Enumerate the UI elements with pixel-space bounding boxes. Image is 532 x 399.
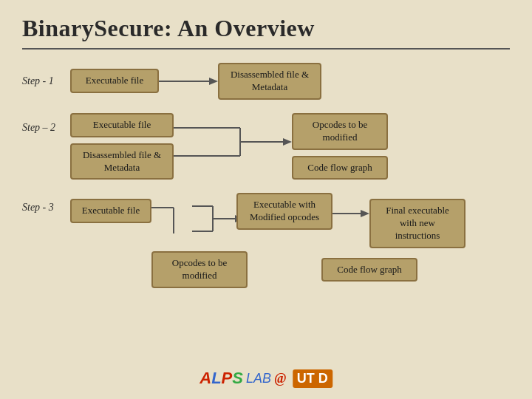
step1-label: Step - 1: [22, 75, 70, 87]
svg-marker-16: [361, 210, 369, 217]
step3-label: Step - 3: [22, 202, 70, 214]
step3-row: Step - 3 Executable file: [22, 193, 510, 248]
step3-arrow1: [151, 193, 192, 237]
svg-marker-6: [283, 138, 292, 146]
utd-logo: UT D: [293, 369, 332, 388]
step2-box1: Executable file: [70, 113, 174, 137]
title-divider: [22, 48, 510, 50]
step3-box3: Final executable with new instructions: [369, 199, 466, 248]
step2-left-boxes: Executable file Disassembled file & Meta…: [70, 113, 174, 180]
step2-connectors: [174, 113, 292, 172]
page: BinarySecure: An Overview Step - 1 Execu…: [0, 0, 532, 399]
main-content: Step - 1 Executable file Disassembled fi…: [22, 63, 510, 288]
step2-box2: Disassembled file & Metadata: [70, 143, 174, 180]
step2-right-boxes: Opcodes to be modified Code flow graph: [292, 113, 388, 180]
step3-merge-arrows: [192, 193, 236, 245]
step1-box2: Disassembled file & Metadata: [218, 63, 321, 100]
alps-logo: ALPS: [200, 369, 243, 388]
step2-box3: Opcodes to be modified: [292, 113, 388, 150]
step3-arrow2: [332, 200, 369, 230]
step3-box4: Opcodes to be modified: [151, 251, 248, 288]
svg-marker-1: [209, 78, 218, 85]
step3-box2: Executable with Modified opcodes: [236, 193, 332, 230]
step1-arrow: [159, 74, 218, 89]
at-logo: @: [274, 371, 287, 386]
step2-box4: Code flow graph: [292, 156, 388, 180]
step3-box5: Code flow graph: [321, 258, 417, 282]
step3-bottom-row: Opcodes to be modified Code flow graph: [151, 251, 510, 288]
step3-box1: Executable file: [70, 199, 151, 223]
step1-box1: Executable file: [70, 69, 159, 93]
logo-area: ALPS LAB @ UT D: [200, 369, 332, 388]
page-title: BinarySecure: An Overview: [22, 15, 510, 42]
lab-logo: LAB: [246, 371, 271, 386]
step2-label: Step – 2: [22, 122, 70, 134]
step3-section: Step - 3 Executable file: [22, 193, 510, 287]
step3-mid-col: Executable with Modified opcodes: [236, 193, 332, 230]
